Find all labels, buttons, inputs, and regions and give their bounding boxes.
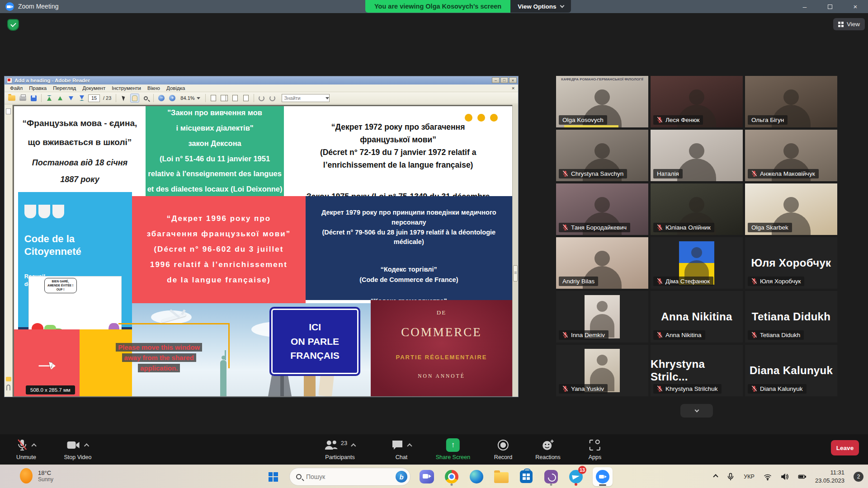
taskbar-zoom[interactable] — [592, 468, 613, 486]
adobe-menu-item[interactable]: Документ — [80, 85, 108, 91]
zoom-level-dropdown[interactable]: 84.1% — [179, 95, 202, 101]
chat-chevron[interactable] — [407, 443, 412, 448]
chat-button[interactable]: Chat — [392, 438, 411, 460]
share-screen-button[interactable]: ↑ Share Screen — [436, 438, 470, 460]
taskbar-weather-widget[interactable]: 18°C Sunny — [20, 468, 53, 483]
participant-tile[interactable]: Леся Фенюк — [651, 76, 743, 127]
adobe-maximize-button[interactable]: □ — [500, 77, 508, 83]
view-options-button[interactable]: View Options — [510, 0, 571, 13]
find-dropdown-icon[interactable] — [326, 97, 329, 99]
zoom-out-button[interactable]: − — [157, 94, 166, 103]
gallery-view-button[interactable]: View — [833, 18, 865, 30]
taskbar-chrome[interactable] — [443, 468, 460, 486]
adobe-menu-item[interactable]: Інструменти — [109, 85, 144, 91]
close-button[interactable]: × — [843, 0, 868, 13]
video-options-chevron[interactable] — [84, 443, 89, 448]
taskbar-clock[interactable]: 11:31 23.05.2023 — [815, 469, 844, 484]
adobe-menu-item[interactable]: Перегляд — [50, 85, 79, 91]
record-button[interactable]: Record — [494, 438, 512, 460]
taskbar-edge[interactable] — [468, 468, 485, 486]
participant-tile[interactable]: Юліана Олійник — [651, 183, 743, 235]
tray-mic-icon[interactable] — [726, 473, 735, 481]
leave-button[interactable]: Leave — [831, 440, 859, 455]
participants-chevron[interactable] — [351, 443, 356, 448]
participant-tile[interactable]: Yana Yuskiv — [556, 345, 648, 396]
participant-tile[interactable]: Анжела Маковійчук — [745, 130, 837, 181]
apps-label: Apps — [589, 454, 602, 460]
scrollbar-thumb[interactable] — [513, 265, 518, 282]
taskbar-telegram[interactable]: 13 — [567, 468, 585, 486]
stop-video-button[interactable]: Stop Video — [64, 438, 92, 460]
mic-options-chevron[interactable] — [31, 443, 36, 448]
apps-button[interactable]: Apps — [589, 438, 602, 460]
adobe-minimize-button[interactable]: – — [492, 77, 500, 83]
page-number-input[interactable]: 15 — [88, 94, 100, 102]
rotate-left-button[interactable] — [257, 94, 266, 103]
single-page-view-button[interactable] — [209, 94, 218, 103]
participants-button[interactable]: 23 Participants — [325, 438, 355, 460]
save-button[interactable] — [29, 94, 38, 103]
participant-tile[interactable]: Chrystyna Savchyn — [556, 130, 648, 181]
participant-tile[interactable]: Юля Хоробчук Юля Хоробчук — [745, 237, 837, 289]
comments-panel-icon[interactable] — [6, 377, 11, 381]
start-button[interactable] — [264, 468, 282, 486]
previous-page-button[interactable] — [56, 94, 65, 103]
taskbar-chat-teams[interactable] — [418, 468, 435, 486]
adobe-scrollbar[interactable] — [512, 105, 518, 397]
first-page-button[interactable] — [45, 94, 54, 103]
document-close-icon[interactable]: × — [510, 85, 516, 91]
meeting-security-shield-icon[interactable] — [7, 19, 19, 31]
taskbar-viber[interactable] — [542, 468, 560, 486]
participant-tile[interactable]: Diana Kalunyuk Diana Kalunyuk — [745, 345, 837, 396]
continuous-view-button[interactable] — [220, 94, 229, 103]
record-icon — [498, 440, 509, 450]
find-input[interactable] — [282, 95, 326, 101]
open-file-button[interactable] — [7, 94, 16, 103]
taskbar-file-explorer[interactable] — [493, 468, 510, 486]
fit-width-button[interactable] — [231, 94, 240, 103]
participant-tile[interactable]: Tetiana Didukh Tetiana Didukh — [745, 291, 837, 343]
maximize-button[interactable] — [817, 0, 843, 13]
next-page-button[interactable] — [66, 94, 75, 103]
attachments-panel-icon[interactable] — [6, 385, 10, 390]
zoom-tool-button[interactable] — [141, 94, 150, 103]
battery-icon[interactable] — [798, 473, 806, 481]
keyboard-language[interactable]: УКР — [744, 474, 755, 480]
print-button[interactable] — [18, 94, 27, 103]
participant-tile[interactable]: Andriy Bilas — [556, 237, 648, 289]
minimize-button[interactable]: – — [792, 0, 817, 13]
participant-tile[interactable]: КАФЕДРА РОМАНО-ГЕРМАНСЬКОЇ ФІЛОЛОГІЇ Olg… — [556, 76, 648, 127]
adobe-menu-item[interactable]: Вікно — [145, 85, 163, 91]
participant-tile[interactable]: Діма Стефанюк — [651, 237, 743, 289]
tray-expand-chevron[interactable] — [713, 474, 718, 479]
adobe-close-button[interactable]: × — [509, 77, 517, 83]
wifi-icon[interactable] — [764, 473, 772, 481]
participant-tile[interactable]: Olga Skarbek — [745, 183, 837, 235]
adobe-menu-item[interactable]: Файл — [7, 85, 25, 91]
taskbar-store[interactable] — [518, 468, 535, 486]
participant-tile[interactable]: Таня Бородайкевич — [556, 183, 648, 235]
adobe-menu-item[interactable]: Правка — [26, 85, 49, 91]
select-tool-button[interactable] — [119, 94, 128, 103]
taskbar-search[interactable]: b — [289, 468, 410, 486]
participant-tile[interactable]: Наталія — [651, 130, 743, 181]
notification-count-badge[interactable]: 2 — [854, 472, 863, 482]
participant-tile[interactable]: Ольга Бігун — [745, 76, 837, 127]
rotate-right-button[interactable] — [268, 94, 277, 103]
collapse-gallery-button[interactable] — [680, 404, 713, 418]
adobe-titlebar[interactable]: Add a heading - Adobe Reader – □ × — [5, 76, 518, 84]
participant-tile[interactable]: Khrystyna Strilc... Khrystyna Strilchuk — [651, 345, 743, 396]
adobe-menu-item[interactable]: Довідка — [164, 85, 188, 91]
ici-on-parle-francais-sign: ICI ON PARLE FRANÇAIS — [269, 307, 360, 376]
participant-tile[interactable]: Inna Demkiv — [556, 291, 648, 343]
volume-icon[interactable] — [781, 473, 789, 481]
participant-tile[interactable]: Anna Nikitina Anna Nikitina — [651, 291, 743, 343]
unmute-button[interactable]: Unmute — [16, 438, 36, 460]
pages-panel-icon[interactable] — [6, 108, 11, 114]
hand-tool-button[interactable] — [130, 94, 139, 103]
search-input[interactable] — [306, 473, 391, 480]
zoom-in-button[interactable]: + — [168, 94, 177, 103]
reactions-button[interactable]: Reactions — [535, 438, 561, 460]
fit-page-button[interactable] — [241, 94, 250, 103]
last-page-button[interactable] — [77, 94, 86, 103]
